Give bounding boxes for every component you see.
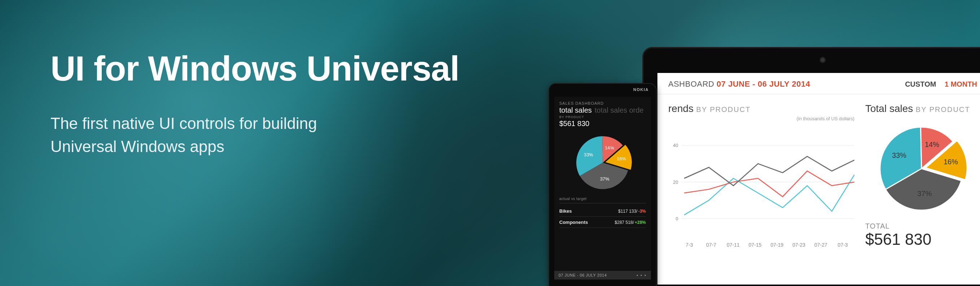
pie-slice-label: 16% [943,158,958,166]
page-title: UI for Windows Universal [51,51,459,87]
tablet-header: ASHBOARD 07 JUNE - 06 JULY 2014 CUSTOM 1… [657,73,980,94]
phone-device-frame: NOKIA SALES DASHBOARD total sales total … [549,83,657,286]
tablet-totals-title-a: Total sales [865,103,913,114]
tablet-body: rends BY PRODUCT (in thousands of US dol… [657,94,980,284]
pie-slice-label: 33% [584,152,593,157]
tablet-trends-title-a: rends [668,103,694,114]
row-label: Components [559,220,588,225]
tablet-period: 1 MONTH [945,80,977,88]
pie-slice-label: 16% [617,156,626,161]
x-tick: 7-3 [678,242,700,248]
x-tick: 07-11 [722,242,745,248]
x-tick: 07-19 [766,242,788,248]
row-pct: -3% [638,209,646,214]
pie-slice-label: 14% [925,141,939,149]
x-tick: 07-3 [832,242,854,248]
row-value: $287 518/ [615,220,634,225]
pie-slice-label: 37% [600,176,609,182]
more-icon: • • • [636,273,647,277]
tablet-date-range: 07 JUNE - 06 JULY 2014 [717,80,810,88]
x-tick: 07-23 [788,242,810,248]
divider [559,203,646,203]
tablet-totals-title-b: BY PRODUCT [913,105,970,113]
y-tick-2: 0 [676,216,678,221]
phone-title: total sales [559,106,592,115]
phone-subheading: actual vs target [559,197,646,201]
tablet-header-prefix: ASHBOARD [668,80,714,88]
page-subtitle: The first native UI controls for buildin… [51,112,317,158]
phone-title-row: total sales total sales orde [559,106,646,115]
tablet-line-chart: 40 20 0 [668,124,854,240]
phone-crumb: SALES DASHBOARD [559,101,646,105]
line-series-2 [684,171,854,197]
pie-slice-label: 33% [892,151,907,159]
y-tick-1: 20 [673,179,678,185]
line-series-1 [684,157,854,185]
tablet-trends-panel: rends BY PRODUCT (in thousands of US dol… [657,94,862,284]
phone-brand: NOKIA [633,87,649,92]
tablet-trends-title-b: BY PRODUCT [694,105,751,113]
subtitle-line-1: The first native UI controls for buildin… [51,115,317,132]
x-tick: 07-27 [810,242,832,248]
row-label: Bikes [559,208,572,214]
pie-slice-label: 14% [605,145,614,150]
tablet-trends-title: rends BY PRODUCT [668,103,854,115]
tablet-screen: ASHBOARD 07 JUNE - 06 JULY 2014 CUSTOM 1… [657,73,980,284]
row-values: $117 133/-3% [618,208,646,214]
tablet-header-right: CUSTOM 1 MONTH [905,80,977,88]
tablet-total-value: $561 830 [865,230,978,248]
phone-footer: 07 JUNE - 06 JULY 2014 • • • [554,271,651,280]
y-tick-0: 40 [673,143,678,148]
phone-by-product: BY PRODUCT [559,115,646,119]
row-pct: +28% [635,220,646,225]
phone-row-components: Components $287 518/+28% [559,217,646,228]
x-tick: 07-15 [744,242,766,248]
subtitle-line-2: Universal Windows apps [51,137,224,155]
tablet-device-frame: ASHBOARD 07 JUNE - 06 JULY 2014 CUSTOM 1… [642,47,980,286]
phone-footer-range: 07 JUNE - 06 JULY 2014 [558,273,607,277]
x-tick: 07-7 [700,242,722,248]
tablet-totals-title: Total sales BY PRODUCT [865,103,978,115]
phone-title-next: total sales orde [595,106,644,115]
pie-slice-label: 37% [917,190,932,198]
phone-pie-chart: 33%14%16%37% [573,133,633,192]
tablet-custom-label: CUSTOM [905,80,936,88]
tablet-camera-icon [821,58,825,62]
row-values: $287 518/+28% [615,219,646,225]
phone-screen: SALES DASHBOARD total sales total sales … [554,97,651,280]
tablet-totals-panel: Total sales BY PRODUCT 33%14%16%37% TOTA… [862,94,980,284]
phone-row-bikes: Bikes $117 133/-3% [559,206,646,217]
tablet-total-label: TOTAL [865,222,978,230]
phone-total: $561 830 [559,120,646,128]
tablet-pie-chart: 33%14%16%37% [875,122,969,216]
tablet-x-axis: 7-3 07-7 07-11 07-15 07-19 07-23 07-27 0… [668,241,854,248]
tablet-units: (in thousands of US dollars) [668,116,854,121]
line-series-3 [684,175,854,215]
hero-banner: UI for Windows Universal The first nativ… [0,0,980,286]
tablet-header-left: ASHBOARD 07 JUNE - 06 JULY 2014 [668,80,810,89]
row-value: $117 133/ [618,209,637,214]
